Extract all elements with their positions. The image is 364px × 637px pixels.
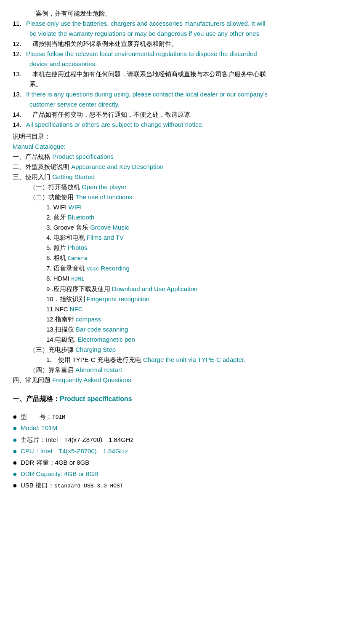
bullet-1: ● xyxy=(13,412,17,422)
toc-item-fn-10: 10．指纹识别 Fingerprint recognition xyxy=(13,294,351,304)
text-teal-charge-1: Charge the unit via TYPE-C adapter. xyxy=(143,356,245,363)
toc-item-fn-5: 5. 照片 Photos xyxy=(13,243,351,253)
line-12-en-a: 12. Please follow the relevant local env… xyxy=(13,49,351,59)
text-teal-12a: Please follow the relevant local environ… xyxy=(26,49,257,59)
toc-item-fn-3: 3. Groove 音乐 Groove Music xyxy=(13,222,351,233)
text-bullet-5: DDR 容量：4GB or 8GB xyxy=(21,458,89,468)
num-fn-1: 1. WIFI xyxy=(46,203,69,211)
text-black-13a: 本机在使用过程中如有任何问题，请联系当地经销商或直接与本公司客户服务中心联 xyxy=(26,69,266,79)
num-fn-7: 7. 语音录音机 xyxy=(46,265,87,272)
num-charge-1: 1. 使用 TYPE-C 充电器进行充电 xyxy=(46,356,143,363)
toc-item-fn-4: 4. 电影和电视 Films and TV xyxy=(13,233,351,243)
toc-item-charge-1: 1. 使用 TYPE-C 充电器进行充电 Charge the unit via… xyxy=(13,355,351,365)
document-content: 案例，并有可能发生危险。 11. Please only use the bat… xyxy=(13,8,351,491)
text-bullet-3: 主芯片：Intel T4(x7-Z8700) 1.84GHz xyxy=(21,435,133,445)
bullet-2: ● xyxy=(13,423,17,434)
bullet-6: ● xyxy=(13,469,17,479)
line-12-en-b: device and accessories. xyxy=(13,59,351,69)
bullet-4: ● xyxy=(13,446,17,457)
text-teal-fn-14: Electromagnetic pen xyxy=(77,336,135,343)
line-13-en-b: customer service center directly. xyxy=(13,99,351,110)
text-black-toc1: 一、产品规格 xyxy=(13,153,52,160)
bullet-item-1: ● 型 号：T01M xyxy=(13,412,351,422)
line-1: 案例，并有可能发生危险。 xyxy=(13,8,351,19)
text-teal-3-3: Charging Step xyxy=(75,346,116,353)
num-14-cn: 14. xyxy=(13,110,26,120)
bullet-3: ● xyxy=(13,435,17,445)
bullet-item-4: ● CPU：Intel T4(x5-Z8700) 1.84GHz xyxy=(13,446,351,457)
toc-item-3-1: （一）打开播放机 Open the player xyxy=(13,182,351,192)
text-teal-fn-10: Fingerprint recognition xyxy=(87,295,149,302)
toc-item-3: 三、使用入门 Getting Started xyxy=(13,172,351,182)
text-teal-3-4: Abnormal restart xyxy=(75,366,122,373)
text-black-3-1: （一）打开播放机 xyxy=(29,183,82,190)
text-black-12-cn: 请按照当地相关的环保条例来处置废弃机器和附件。 xyxy=(26,39,178,49)
line-14-en: 14. All specifications or others are sub… xyxy=(13,120,351,130)
text-teal-fn-6: Camera xyxy=(68,255,88,262)
text-teal-toc4: Frequently Asked Questions xyxy=(52,376,131,383)
num-fn-3: 3. Groove 音乐 xyxy=(46,224,90,231)
text-bullet-1: 型 号：T01M xyxy=(21,412,65,422)
toc-item-fn-1: 1. WIFI WIFI xyxy=(13,202,351,212)
toc-item-1: 一、产品规格 Product specifications xyxy=(13,152,351,162)
text-teal-11b: be violate the warranty regulations or m… xyxy=(29,30,259,37)
text-teal-fn-3: Groove Music xyxy=(90,224,129,231)
text-bullet-2: Model: T01M xyxy=(21,423,57,433)
catalogue-header-cn: 说明书目录： xyxy=(13,131,351,142)
text-black-toc4: 四、常见问题 xyxy=(13,376,52,383)
text-black-13b: 系。 xyxy=(29,80,42,88)
num-13-cn: 13. xyxy=(13,69,26,79)
bullet-item-6: ● DDR Capacity: 4GB or 8GB xyxy=(13,469,351,479)
toc-item-fn-8: 8. HDMI HDMI xyxy=(13,273,351,284)
text-black-14cn: 产品如有任何变动，恕不另行通知，不便之处，敬请原谅 xyxy=(26,110,190,120)
toc-item-fn-9: 9 .应用程序下载及使用 Download and Use Applicatio… xyxy=(13,284,351,294)
text-teal-fn-4: Films and TV xyxy=(87,234,124,241)
text-black-3-4: （四）异常重启 xyxy=(29,366,75,373)
text-teal-sec1: Product specifications xyxy=(60,395,132,402)
text-teal-12b: device and accessories. xyxy=(29,60,97,67)
line-14-cn: 14. 产品如有任何变动，恕不另行通知，不便之处，敬请原谅 xyxy=(13,110,351,120)
num-fn-4: 4. 电影和电视 xyxy=(46,234,87,241)
text-black-cat-cn: 说明书目录： xyxy=(13,133,50,140)
toc-item-3-4: （四）异常重启 Abnormal restart xyxy=(13,365,351,375)
line-11b: be violate the warranty regulations or m… xyxy=(13,29,351,39)
bullet-7: ● xyxy=(13,480,17,491)
text-black: 案例，并有可能发生危险。 xyxy=(29,10,112,17)
text-black-toc3: 三、使用入门 xyxy=(13,173,52,180)
text-black-3-3: （三）充电步骤 xyxy=(29,346,75,353)
num-fn-9: 9 .应用程序下载及使用 xyxy=(46,285,112,292)
text-teal-14en: All specifications or others are subject… xyxy=(26,120,204,130)
text-teal-fn-8: HDMI xyxy=(71,276,84,282)
text-bullet-6: DDR Capacity: 4GB or 8GB xyxy=(21,469,98,479)
num-12-en: 12. xyxy=(13,49,26,59)
num-13-en: 13. xyxy=(13,89,26,99)
text-black-toc2: 二、外型及按键说明 xyxy=(13,163,71,170)
line-11a: 11. Please only use the batteries, charg… xyxy=(13,19,351,29)
text-black-3-2: （二）功能使用 xyxy=(29,193,75,201)
num-fn-5: 5. 照片 xyxy=(46,244,68,251)
num-fn-2: 2. 蓝牙 xyxy=(46,214,68,221)
text-teal-fn-1: WIFI xyxy=(69,203,82,211)
num-fn-14: 14.电磁笔. xyxy=(46,336,77,343)
section-product-spec: 一、产品规格：Product specifications xyxy=(13,393,351,404)
text-teal-toc1: Product specifications xyxy=(52,153,114,160)
num-12-cn: 12. xyxy=(13,39,26,49)
text-teal-3-2: The use of functions xyxy=(75,193,132,201)
toc-item-3-2: （二）功能使用 The use of functions xyxy=(13,192,351,202)
text-bullet-7: USB 接口：standard USB 3.0 HOST xyxy=(21,480,123,491)
text-teal-fn-7: Voice Recording xyxy=(87,265,130,272)
text-teal-13a: If there is any questions during using, … xyxy=(26,89,268,99)
text-teal-11a: Please only use the batteries, chargers … xyxy=(26,19,266,29)
line-12-cn: 12. 请按照当地相关的环保条例来处置废弃机器和附件。 xyxy=(13,39,351,49)
num-fn-11: 11.NFC xyxy=(46,305,70,313)
num-fn-8: 8. HDMI xyxy=(46,275,71,282)
line-13-cn-a: 13. 本机在使用过程中如有任何问题，请联系当地经销商或直接与本公司客户服务中心… xyxy=(13,69,351,79)
text-teal-fn-2: Bluetooth xyxy=(68,214,94,221)
toc-item-4: 四、常见问题 Frequently Asked Questions xyxy=(13,375,351,385)
line-13-cn-b: 系。 xyxy=(13,79,351,89)
toc-item-3-3: （三）充电步骤 Charging Step xyxy=(13,345,351,355)
toc-item-fn-13: 13.扫描仪 Bar code scanning xyxy=(13,324,351,335)
num-fn-13: 13.扫描仪 xyxy=(46,326,76,333)
num-fn-10: 10．指纹识别 xyxy=(46,295,87,302)
text-teal-fn-5: Photos xyxy=(68,244,88,251)
